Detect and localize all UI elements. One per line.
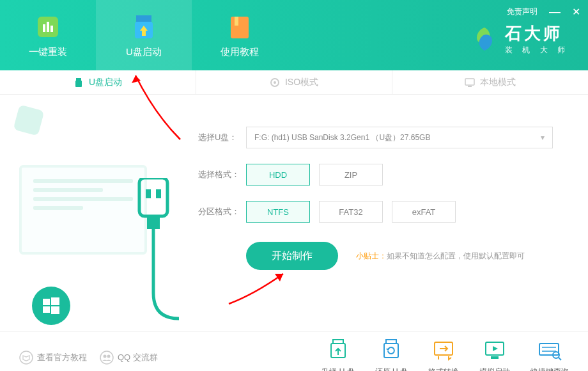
qq-group-link[interactable]: QQ 交流群 <box>100 351 158 365</box>
svg-rect-20 <box>43 299 50 305</box>
close-icon[interactable]: ✕ <box>572 6 580 18</box>
window-controls: 免责声明 — ✕ <box>507 5 580 19</box>
svg-point-26 <box>104 354 107 358</box>
partition-label: 分区格式： <box>198 206 246 217</box>
illustration <box>0 95 192 331</box>
format-hdd[interactable]: HDD <box>246 164 310 186</box>
svg-rect-4 <box>136 15 151 22</box>
tutorial-icon <box>226 13 254 41</box>
content: 选择U盘： F:G: (hd1) USB SanDisk 3.2Gen1 （U盘… <box>0 95 588 331</box>
svg-rect-23 <box>51 306 59 314</box>
brand-subtitle: 装 机 大 师 <box>505 45 569 56</box>
windows-badge-icon <box>32 287 70 325</box>
svg-rect-22 <box>43 306 50 313</box>
disk-select[interactable]: F:G: (hd1) USB SanDisk 3.2Gen1 （U盘）27.65… <box>246 127 553 148</box>
decoration-shape <box>13 105 45 136</box>
svg-point-24 <box>20 351 33 364</box>
format-label: 选择格式： <box>198 169 246 180</box>
svg-rect-18 <box>156 189 161 198</box>
subtab-usb[interactable]: U盘启动 <box>0 70 196 94</box>
official-tutorial-link[interactable]: 查看官方教程 <box>19 351 87 365</box>
start-button[interactable]: 开始制作 <box>246 242 338 270</box>
svg-rect-16 <box>139 178 167 216</box>
row-start: 开始制作 小贴士：如果不知道怎么配置，使用默认配置即可 <box>198 242 562 270</box>
chevron-down-icon: ▾ <box>541 133 545 142</box>
reinstall-icon <box>34 13 62 41</box>
usb-boot-icon <box>130 13 158 41</box>
nav-usb-boot[interactable]: U盘启动 <box>96 0 192 70</box>
row-format: 选择格式： HDD ZIP <box>198 164 562 186</box>
people-icon <box>100 351 114 365</box>
monitor-icon <box>465 77 475 88</box>
svg-rect-8 <box>231 17 249 38</box>
partition-fat32[interactable]: FAT32 <box>319 201 383 223</box>
disclaimer-link[interactable]: 免责声明 <box>507 6 538 17</box>
row-partition: 分区格式： NTFS FAT32 exFAT <box>198 201 562 223</box>
tool-simulate-boot[interactable]: 模拟启动 <box>479 337 510 371</box>
header: 一键重装 U盘启动 使用教程 免责声明 — ✕ 石大师 装 机 大 师 <box>0 0 588 70</box>
tip: 小贴士：如果不知道怎么配置，使用默认配置即可 <box>356 251 525 262</box>
minimize-icon[interactable]: — <box>549 5 561 19</box>
svg-point-13 <box>274 81 276 84</box>
brand-logo-icon <box>470 25 499 53</box>
nav-reinstall[interactable]: 一键重装 <box>0 0 96 70</box>
svg-rect-19 <box>147 216 160 229</box>
partition-exfat[interactable]: exFAT <box>392 201 456 223</box>
nav-label: U盘启动 <box>126 46 162 58</box>
svg-rect-1 <box>43 24 45 32</box>
restore-usb-icon <box>378 337 404 363</box>
brand-title: 石大师 <box>505 22 569 45</box>
usb-icon <box>74 77 84 88</box>
format-zip[interactable]: ZIP <box>319 164 383 186</box>
svg-line-40 <box>559 358 561 360</box>
svg-rect-9 <box>235 17 238 26</box>
svg-rect-31 <box>384 343 398 358</box>
subtab-iso[interactable]: ISO模式 <box>196 70 392 94</box>
iso-icon <box>270 77 280 88</box>
nav-tutorial[interactable]: 使用教程 <box>192 0 288 70</box>
nav-label: 使用教程 <box>220 46 259 58</box>
svg-rect-14 <box>465 79 474 85</box>
tool-hotkey-query[interactable]: 快捷键查询 <box>530 337 569 371</box>
convert-icon <box>431 337 456 363</box>
subtabs: U盘启动 ISO模式 本地模式 <box>0 70 588 95</box>
nav-label: 一键重装 <box>29 46 67 58</box>
partition-ntfs[interactable]: NTFS <box>246 201 310 223</box>
svg-rect-15 <box>468 86 472 87</box>
svg-rect-10 <box>76 78 81 81</box>
svg-rect-36 <box>539 343 559 355</box>
footer: 查看官方教程 QQ 交流群 升级 U 盘 还原 U 盘 格式转换 模拟启动 快捷… <box>0 331 588 371</box>
svg-rect-7 <box>142 31 146 36</box>
subtab-local[interactable]: 本地模式 <box>392 70 588 94</box>
svg-point-27 <box>107 354 111 358</box>
book-icon <box>19 351 33 365</box>
usb-cable-icon <box>128 178 179 325</box>
svg-rect-21 <box>51 297 59 305</box>
tool-format-convert[interactable]: 格式转换 <box>428 337 459 371</box>
keyboard-search-icon <box>537 337 562 363</box>
svg-rect-34 <box>491 356 499 359</box>
brand: 石大师 装 机 大 师 <box>470 22 569 56</box>
svg-rect-17 <box>146 189 151 198</box>
disk-label: 选择U盘： <box>198 132 246 143</box>
svg-marker-35 <box>493 346 498 351</box>
svg-rect-11 <box>75 81 82 87</box>
svg-rect-2 <box>47 22 49 32</box>
tool-restore-usb[interactable]: 还原 U 盘 <box>375 337 408 371</box>
simulate-icon <box>482 337 507 363</box>
tool-upgrade-usb[interactable]: 升级 U 盘 <box>321 337 354 371</box>
form: 选择U盘： F:G: (hd1) USB SanDisk 3.2Gen1 （U盘… <box>192 95 588 331</box>
upgrade-usb-icon <box>325 337 351 363</box>
svg-point-25 <box>100 351 113 364</box>
row-disk: 选择U盘： F:G: (hd1) USB SanDisk 3.2Gen1 （U盘… <box>198 127 562 148</box>
svg-rect-3 <box>50 26 53 32</box>
